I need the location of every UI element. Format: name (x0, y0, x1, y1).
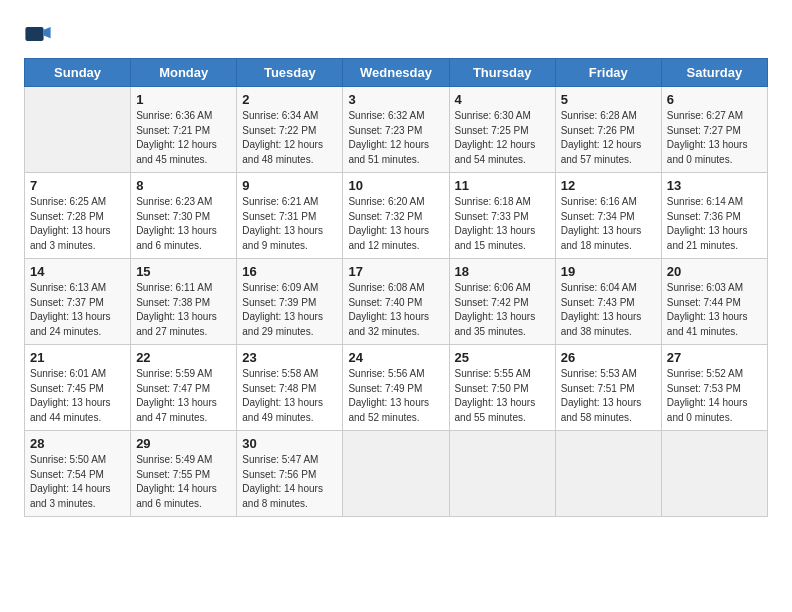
day-number: 20 (667, 264, 762, 279)
day-number: 22 (136, 350, 231, 365)
day-number: 25 (455, 350, 550, 365)
calendar-cell: 22Sunrise: 5:59 AM Sunset: 7:47 PM Dayli… (131, 345, 237, 431)
calendar-cell: 9Sunrise: 6:21 AM Sunset: 7:31 PM Daylig… (237, 173, 343, 259)
day-number: 3 (348, 92, 443, 107)
calendar-row: 21Sunrise: 6:01 AM Sunset: 7:45 PM Dayli… (25, 345, 768, 431)
day-number: 15 (136, 264, 231, 279)
day-info: Sunrise: 6:14 AM Sunset: 7:36 PM Dayligh… (667, 195, 762, 253)
day-number: 12 (561, 178, 656, 193)
day-number: 29 (136, 436, 231, 451)
day-number: 9 (242, 178, 337, 193)
day-number: 18 (455, 264, 550, 279)
calendar-cell: 25Sunrise: 5:55 AM Sunset: 7:50 PM Dayli… (449, 345, 555, 431)
calendar-cell: 17Sunrise: 6:08 AM Sunset: 7:40 PM Dayli… (343, 259, 449, 345)
day-info: Sunrise: 6:08 AM Sunset: 7:40 PM Dayligh… (348, 281, 443, 339)
calendar-cell: 4Sunrise: 6:30 AM Sunset: 7:25 PM Daylig… (449, 87, 555, 173)
day-number: 2 (242, 92, 337, 107)
calendar-cell: 21Sunrise: 6:01 AM Sunset: 7:45 PM Dayli… (25, 345, 131, 431)
day-number: 10 (348, 178, 443, 193)
page: SundayMondayTuesdayWednesdayThursdayFrid… (0, 0, 792, 537)
calendar-cell: 30Sunrise: 5:47 AM Sunset: 7:56 PM Dayli… (237, 431, 343, 517)
calendar-cell: 26Sunrise: 5:53 AM Sunset: 7:51 PM Dayli… (555, 345, 661, 431)
calendar-cell: 27Sunrise: 5:52 AM Sunset: 7:53 PM Dayli… (661, 345, 767, 431)
calendar-cell: 10Sunrise: 6:20 AM Sunset: 7:32 PM Dayli… (343, 173, 449, 259)
header-day: Wednesday (343, 59, 449, 87)
calendar-cell (25, 87, 131, 173)
day-number: 13 (667, 178, 762, 193)
calendar-cell: 1Sunrise: 6:36 AM Sunset: 7:21 PM Daylig… (131, 87, 237, 173)
day-number: 6 (667, 92, 762, 107)
header-day: Thursday (449, 59, 555, 87)
calendar-cell: 6Sunrise: 6:27 AM Sunset: 7:27 PM Daylig… (661, 87, 767, 173)
day-info: Sunrise: 5:47 AM Sunset: 7:56 PM Dayligh… (242, 453, 337, 511)
day-info: Sunrise: 5:49 AM Sunset: 7:55 PM Dayligh… (136, 453, 231, 511)
logo-icon (24, 20, 52, 48)
day-number: 7 (30, 178, 125, 193)
calendar-cell: 29Sunrise: 5:49 AM Sunset: 7:55 PM Dayli… (131, 431, 237, 517)
day-number: 17 (348, 264, 443, 279)
day-info: Sunrise: 6:03 AM Sunset: 7:44 PM Dayligh… (667, 281, 762, 339)
day-number: 14 (30, 264, 125, 279)
day-info: Sunrise: 6:20 AM Sunset: 7:32 PM Dayligh… (348, 195, 443, 253)
day-info: Sunrise: 6:32 AM Sunset: 7:23 PM Dayligh… (348, 109, 443, 167)
day-number: 27 (667, 350, 762, 365)
calendar-cell: 19Sunrise: 6:04 AM Sunset: 7:43 PM Dayli… (555, 259, 661, 345)
day-info: Sunrise: 6:30 AM Sunset: 7:25 PM Dayligh… (455, 109, 550, 167)
calendar-cell: 20Sunrise: 6:03 AM Sunset: 7:44 PM Dayli… (661, 259, 767, 345)
calendar-cell: 12Sunrise: 6:16 AM Sunset: 7:34 PM Dayli… (555, 173, 661, 259)
calendar-cell: 23Sunrise: 5:58 AM Sunset: 7:48 PM Dayli… (237, 345, 343, 431)
day-number: 30 (242, 436, 337, 451)
header-day: Monday (131, 59, 237, 87)
day-number: 23 (242, 350, 337, 365)
day-number: 4 (455, 92, 550, 107)
header (24, 20, 768, 48)
day-info: Sunrise: 5:58 AM Sunset: 7:48 PM Dayligh… (242, 367, 337, 425)
calendar-cell: 11Sunrise: 6:18 AM Sunset: 7:33 PM Dayli… (449, 173, 555, 259)
day-info: Sunrise: 6:11 AM Sunset: 7:38 PM Dayligh… (136, 281, 231, 339)
day-number: 26 (561, 350, 656, 365)
calendar-cell (343, 431, 449, 517)
day-info: Sunrise: 6:04 AM Sunset: 7:43 PM Dayligh… (561, 281, 656, 339)
calendar-row: 14Sunrise: 6:13 AM Sunset: 7:37 PM Dayli… (25, 259, 768, 345)
day-info: Sunrise: 5:52 AM Sunset: 7:53 PM Dayligh… (667, 367, 762, 425)
day-number: 8 (136, 178, 231, 193)
header-row: SundayMondayTuesdayWednesdayThursdayFrid… (25, 59, 768, 87)
calendar-cell (555, 431, 661, 517)
day-number: 28 (30, 436, 125, 451)
day-info: Sunrise: 5:55 AM Sunset: 7:50 PM Dayligh… (455, 367, 550, 425)
calendar-cell: 28Sunrise: 5:50 AM Sunset: 7:54 PM Dayli… (25, 431, 131, 517)
header-day: Saturday (661, 59, 767, 87)
day-info: Sunrise: 6:23 AM Sunset: 7:30 PM Dayligh… (136, 195, 231, 253)
day-info: Sunrise: 6:21 AM Sunset: 7:31 PM Dayligh… (242, 195, 337, 253)
calendar-row: 7Sunrise: 6:25 AM Sunset: 7:28 PM Daylig… (25, 173, 768, 259)
svg-marker-1 (44, 27, 51, 38)
calendar-cell: 13Sunrise: 6:14 AM Sunset: 7:36 PM Dayli… (661, 173, 767, 259)
day-info: Sunrise: 6:27 AM Sunset: 7:27 PM Dayligh… (667, 109, 762, 167)
header-day: Friday (555, 59, 661, 87)
logo (24, 20, 56, 48)
calendar-cell: 16Sunrise: 6:09 AM Sunset: 7:39 PM Dayli… (237, 259, 343, 345)
calendar-cell: 2Sunrise: 6:34 AM Sunset: 7:22 PM Daylig… (237, 87, 343, 173)
calendar-row: 28Sunrise: 5:50 AM Sunset: 7:54 PM Dayli… (25, 431, 768, 517)
calendar-header: SundayMondayTuesdayWednesdayThursdayFrid… (25, 59, 768, 87)
calendar-cell: 5Sunrise: 6:28 AM Sunset: 7:26 PM Daylig… (555, 87, 661, 173)
day-info: Sunrise: 6:01 AM Sunset: 7:45 PM Dayligh… (30, 367, 125, 425)
calendar-cell (449, 431, 555, 517)
calendar-cell: 24Sunrise: 5:56 AM Sunset: 7:49 PM Dayli… (343, 345, 449, 431)
calendar-cell: 3Sunrise: 6:32 AM Sunset: 7:23 PM Daylig… (343, 87, 449, 173)
day-number: 1 (136, 92, 231, 107)
calendar-cell: 7Sunrise: 6:25 AM Sunset: 7:28 PM Daylig… (25, 173, 131, 259)
day-info: Sunrise: 6:18 AM Sunset: 7:33 PM Dayligh… (455, 195, 550, 253)
day-info: Sunrise: 6:16 AM Sunset: 7:34 PM Dayligh… (561, 195, 656, 253)
day-info: Sunrise: 6:36 AM Sunset: 7:21 PM Dayligh… (136, 109, 231, 167)
day-number: 24 (348, 350, 443, 365)
day-info: Sunrise: 6:06 AM Sunset: 7:42 PM Dayligh… (455, 281, 550, 339)
calendar-cell: 8Sunrise: 6:23 AM Sunset: 7:30 PM Daylig… (131, 173, 237, 259)
day-info: Sunrise: 6:25 AM Sunset: 7:28 PM Dayligh… (30, 195, 125, 253)
day-number: 19 (561, 264, 656, 279)
day-number: 5 (561, 92, 656, 107)
calendar-cell: 18Sunrise: 6:06 AM Sunset: 7:42 PM Dayli… (449, 259, 555, 345)
day-info: Sunrise: 6:09 AM Sunset: 7:39 PM Dayligh… (242, 281, 337, 339)
day-number: 21 (30, 350, 125, 365)
calendar-cell: 15Sunrise: 6:11 AM Sunset: 7:38 PM Dayli… (131, 259, 237, 345)
